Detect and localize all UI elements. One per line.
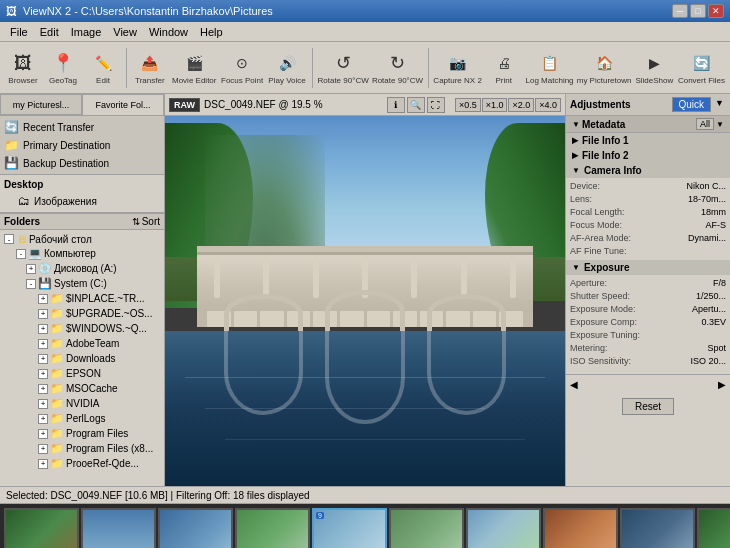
thumb-5-active[interactable]: 9 DSC_49.NEF (312, 508, 387, 548)
recent-transfer-item[interactable]: 🔄 Recent Transfer (0, 118, 164, 136)
play-voice-button[interactable]: 🔊 Play Voice Memo (267, 45, 308, 91)
tree-item-upgrade[interactable]: + 📁 $UPGRADE.~OS... (2, 306, 162, 321)
menu-view[interactable]: View (107, 24, 143, 40)
tab-my-pictures[interactable]: my Picturesl... (0, 94, 82, 115)
expand-icon[interactable]: - (4, 234, 14, 244)
minimize-button[interactable]: ─ (672, 4, 688, 18)
expand-icon[interactable]: + (38, 324, 48, 334)
tree-item-windows[interactable]: + 📁 $WINDOWS.~Q... (2, 321, 162, 336)
advanced-tab-arrow[interactable]: ▼ (713, 97, 726, 112)
rotate-cw-button[interactable]: ↻ Rotate 90°CW (371, 45, 423, 91)
primary-destination-item[interactable]: 📁 Primary Destination (0, 136, 164, 154)
tree-item-msocache[interactable]: + 📁 MSOCache (2, 381, 162, 396)
expand-icon[interactable]: + (38, 414, 48, 424)
tree-item-adobe[interactable]: + 📁 AdobeTeam (2, 336, 162, 351)
expand-icon[interactable]: + (38, 294, 48, 304)
menu-file[interactable]: File (4, 24, 34, 40)
right-panel-header: Adjustments Quick ▼ (566, 94, 730, 116)
file-info-1-header[interactable]: ▶ File Info 1 (566, 133, 730, 148)
expand-icon[interactable]: + (38, 339, 48, 349)
zoom-20[interactable]: ×2.0 (508, 98, 534, 112)
rotate-ccw-button[interactable]: ↺ Rotate 90°CW (317, 45, 369, 91)
tree-item-computer[interactable]: - 💻 Компьютер (14, 246, 162, 261)
thumb-7[interactable]: DSC_67.NEF (466, 508, 541, 548)
file-info-2-label: File Info 2 (582, 150, 629, 161)
exposure-mode-row: Exposure Mode: Apertu... (570, 303, 726, 316)
zoom-40[interactable]: ×4.0 (535, 98, 561, 112)
edit-button[interactable]: ✏️ Edit (84, 45, 122, 91)
tree-item-nvidia[interactable]: + 📁 NVIDIA (2, 396, 162, 411)
focus-point-button[interactable]: ⊙ Focus Point (220, 45, 265, 91)
expand-icon[interactable]: + (38, 444, 48, 454)
print-button[interactable]: 🖨 Print (485, 45, 523, 91)
backup-destination-item[interactable]: 💾 Backup Destination (0, 154, 164, 172)
tree-item-inplace[interactable]: + 📁 $INPLACE.~TR... (2, 291, 162, 306)
thumb-10[interactable]: DSC_86.N... (697, 508, 730, 548)
thumb-2[interactable]: DSC_36.NEF (81, 508, 156, 548)
expand-icon[interactable]: + (38, 384, 48, 394)
geotag-button[interactable]: 📍 GeoTag (44, 45, 82, 91)
convert-files-button[interactable]: 🔄 Convert Files (677, 45, 726, 91)
image-viewer[interactable] (165, 116, 565, 486)
zoom-05[interactable]: ×0.5 (455, 98, 481, 112)
viewer-fullscreen-button[interactable]: ⛶ (427, 97, 445, 113)
file-info-2-header[interactable]: ▶ File Info 2 (566, 148, 730, 163)
reset-button[interactable]: Reset (622, 398, 674, 415)
expand-icon[interactable]: + (26, 264, 36, 274)
expand-icon[interactable]: + (38, 429, 48, 439)
metadata-filter[interactable]: All (696, 118, 714, 130)
thumb-9[interactable]: DSC_80.NEF (620, 508, 695, 548)
menu-image[interactable]: Image (65, 24, 108, 40)
tree-item-programfiles-x86[interactable]: + 📁 Program Files (x8... (2, 441, 162, 456)
thumb-3[interactable]: DSC_42.NEF (158, 508, 233, 548)
close-button[interactable]: ✕ (708, 4, 724, 18)
panel-nav-right[interactable]: ▶ (716, 377, 728, 392)
tree-item-downloads[interactable]: + 📁 Downloads (2, 351, 162, 366)
quick-tab[interactable]: Quick (672, 97, 712, 112)
movie-editor-button[interactable]: 🎬 Movie Editor (171, 45, 218, 91)
menu-edit[interactable]: Edit (34, 24, 65, 40)
tree-item-desktop[interactable]: - 🖥 Рабочий стол (2, 232, 162, 246)
expand-icon[interactable]: + (38, 309, 48, 319)
expand-icon[interactable]: + (38, 354, 48, 364)
viewer-zoom-button[interactable]: 🔍 (407, 97, 425, 113)
tree-item-epson[interactable]: + 📁 EPSON (2, 366, 162, 381)
panel-nav-left[interactable]: ◀ (568, 377, 580, 392)
backup-destination-icon: 💾 (4, 156, 19, 170)
maximize-button[interactable]: □ (690, 4, 706, 18)
thumb-img-8 (545, 510, 616, 548)
metadata-dropdown[interactable]: ▼ (716, 120, 724, 129)
thumb-1[interactable]: 27.NEF (4, 508, 79, 548)
expand-icon[interactable]: - (16, 249, 26, 259)
menu-window[interactable]: Window (143, 24, 194, 40)
viewer-info-button[interactable]: ℹ (387, 97, 405, 113)
thumb-8[interactable]: DSC_0079.jpg (543, 508, 618, 548)
tree-item-perllogs[interactable]: + 📁 PerlLogs (2, 411, 162, 426)
transfer-button[interactable]: 📤 Transfer (131, 45, 169, 91)
tree-item-programfiles[interactable]: + 📁 Program Files (2, 426, 162, 441)
expand-icon[interactable]: + (38, 459, 48, 469)
tree-item-drive-a[interactable]: + 💿 Дисковод (A:) (2, 261, 162, 276)
expand-icon[interactable]: + (38, 369, 48, 379)
sort-label[interactable]: Sort (142, 216, 160, 227)
expand-icon[interactable]: + (38, 399, 48, 409)
browser-button[interactable]: 🖼 Browser (4, 45, 42, 91)
camera-info-header[interactable]: ▼ Camera Info (566, 163, 730, 178)
images-folder-item[interactable]: 🗂 Изображения (4, 192, 160, 210)
tree-item-progeref[interactable]: + 📁 ProoeRef-Qde... (2, 456, 162, 471)
capture-nx2-button[interactable]: 📷 Capture NX 2 (433, 45, 483, 91)
expand-icon[interactable]: - (26, 279, 36, 289)
log-matching-button[interactable]: 📋 Log Matching (525, 45, 575, 91)
tab-favorite-folders[interactable]: Favorite Fol... (82, 94, 164, 115)
camera-info-arrow: ▼ (572, 166, 580, 175)
exposure-header[interactable]: ▼ Exposure (566, 260, 730, 275)
zoom-10[interactable]: ×1.0 (482, 98, 508, 112)
my-picturetown-button[interactable]: 🏠 my Picturetown (576, 45, 631, 91)
metadata-section-header[interactable]: ▼ Metadata All ▼ (566, 116, 730, 133)
browser-label: Browser (8, 77, 37, 86)
tree-item-system-c[interactable]: - 💾 System (C:) (2, 276, 162, 291)
menu-help[interactable]: Help (194, 24, 229, 40)
thumb-4[interactable]: DSC_43.NEF (235, 508, 310, 548)
thumb-6[interactable]: DSC_66.NEF (389, 508, 464, 548)
slideshow-button[interactable]: ▶ SlideShow (634, 45, 675, 91)
